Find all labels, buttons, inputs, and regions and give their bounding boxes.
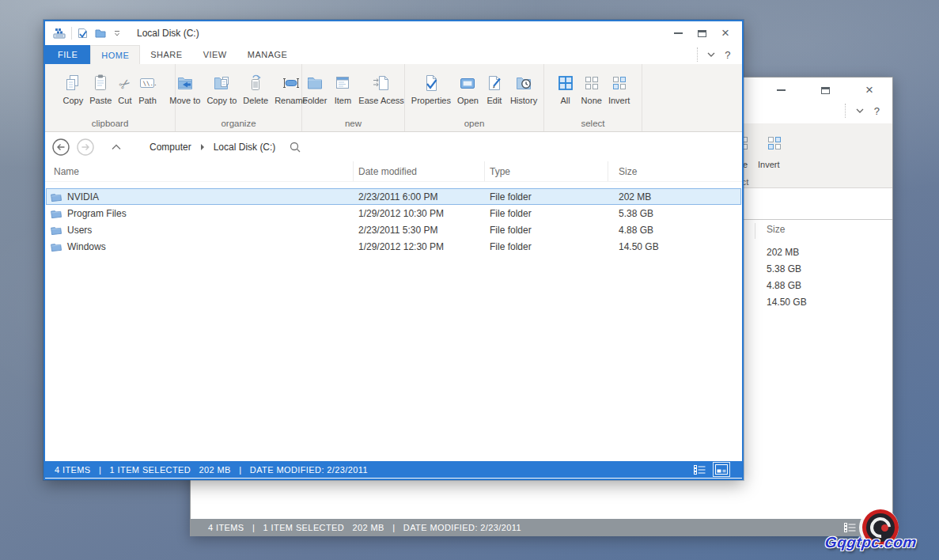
invert-selection-button[interactable] [765, 134, 784, 153]
file-size: 4.88 GB [608, 225, 741, 236]
close-button[interactable]: × [714, 26, 737, 40]
select-none-button[interactable]: None [578, 70, 605, 107]
help-button[interactable]: ? [725, 49, 731, 61]
cut-icon: ✂ [119, 71, 131, 93]
forward-icon [77, 138, 94, 156]
quick-access-toolbar [78, 28, 121, 39]
tab-manage[interactable]: MANAGE [237, 45, 298, 64]
breadcrumb-item-computer[interactable]: Computer [148, 140, 193, 154]
divider [697, 47, 698, 62]
select-all-button[interactable]: All [553, 70, 578, 107]
cut-button[interactable]: ✂ Cut [115, 70, 134, 107]
paste-button[interactable]: Paste [86, 70, 115, 107]
breadcrumb-item-local-disk[interactable]: Local Disk (C:) [212, 140, 278, 154]
properties-button[interactable]: Properties [408, 70, 454, 107]
ribbon-group-clipboard: Copy Paste ✂ Cut \\.. Path clipboard [45, 64, 176, 131]
file-type: File folder [485, 241, 608, 252]
invert-selection-button[interactable]: Invert [605, 70, 634, 107]
copy-icon [63, 71, 82, 93]
ease-access-button[interactable]: Ease Acess [355, 70, 407, 107]
column-header-date-modified[interactable]: Date modified [353, 161, 484, 181]
back-icon [52, 138, 70, 156]
help-button[interactable]: ? [874, 105, 880, 117]
ribbon-tab-row: FILE HOME SHARE VIEW MANAGE ? [45, 45, 742, 64]
path-button[interactable]: \\.. Path [134, 70, 160, 107]
minimize-button[interactable] [769, 83, 793, 97]
delete-button[interactable]: Delete [240, 70, 271, 107]
column-header-name[interactable]: Name [45, 161, 353, 181]
new-folder-icon [95, 28, 106, 38]
up-button[interactable] [108, 138, 125, 156]
properties-check-icon [78, 28, 88, 39]
details-view-button[interactable] [694, 465, 706, 475]
table-row[interactable]: NVIDIA 2/23/2011 6:00 PM File folder 202… [46, 188, 741, 205]
new-item-button[interactable]: Item [330, 70, 355, 107]
table-row[interactable]: Program Files 1/29/2012 10:30 PM File fo… [46, 205, 741, 221]
new-folder-button[interactable] [95, 28, 106, 38]
table-row[interactable]: Users 2/23/2011 5:30 PM File folder 4.88… [46, 221, 741, 238]
folder-icon [50, 191, 62, 202]
qat-customize-button[interactable] [113, 29, 121, 37]
file-type: File folder [485, 191, 608, 202]
tab-view[interactable]: VIEW [193, 45, 237, 64]
rename-icon [282, 71, 301, 93]
chevron-up-icon [112, 144, 121, 150]
maximize-button[interactable] [813, 83, 837, 97]
maximize-button[interactable] [690, 26, 714, 40]
ribbon: Copy Paste ✂ Cut \\.. Path clipboard [45, 64, 742, 132]
new-folder-button[interactable]: Folder [299, 70, 330, 107]
edit-button[interactable]: Edit [482, 70, 507, 107]
file-date: 2/23/2011 6:00 PM [354, 191, 485, 202]
ribbon-group-organize: Move to Copy to Delete Rename organize [176, 64, 302, 131]
search-button[interactable] [289, 141, 301, 153]
minimize-button[interactable] [666, 26, 690, 40]
ribbon-group-new: Folder Item Ease Acess new [302, 64, 405, 131]
details-view-icon [844, 523, 856, 532]
minimize-icon [674, 32, 683, 34]
breadcrumb: Computer Local Disk (C:) [148, 140, 301, 154]
properties-check-button[interactable] [78, 28, 88, 39]
tab-file[interactable]: FILE [45, 45, 90, 64]
copy-to-button[interactable]: Copy to [203, 70, 240, 107]
history-button[interactable]: History [507, 70, 540, 107]
move-to-button[interactable]: Move to [166, 70, 203, 107]
column-header-size[interactable]: Size [608, 161, 742, 181]
explorer-app-icon [53, 28, 66, 39]
size-column-header[interactable]: Size [767, 224, 785, 235]
ribbon-collapse-button[interactable] [707, 52, 715, 58]
group-label-organize: organize [176, 119, 301, 131]
file-size: 202 MB [608, 191, 741, 202]
open-icon [458, 71, 477, 93]
file-date: 1/29/2012 12:30 PM [354, 241, 485, 252]
close-icon: × [865, 85, 873, 96]
copy-button[interactable]: Copy [60, 70, 87, 107]
file-date: 1/29/2012 10:30 PM [354, 208, 485, 219]
folder-icon [50, 208, 62, 218]
history-icon [514, 71, 533, 93]
size-value-list: 202 MB 5.38 GB 4.88 GB 14.50 GB [767, 244, 807, 311]
folder-icon [50, 241, 62, 252]
details-view-button[interactable] [844, 523, 856, 532]
table-row[interactable]: Windows 1/29/2012 12:30 PM File folder 1… [46, 238, 741, 255]
file-list: NVIDIA 2/23/2011 6:00 PM File folder 202… [45, 182, 742, 461]
divider [71, 27, 72, 40]
status-bar: 4 ITEMS | 1 ITEM SELECTED 202 MB | DATE … [45, 461, 742, 478]
open-button[interactable]: Open [454, 70, 482, 107]
tab-home[interactable]: HOME [90, 45, 140, 64]
group-label-new: new [302, 119, 404, 131]
edit-icon [485, 71, 504, 93]
close-button[interactable]: × [858, 83, 881, 97]
group-label-select: select [544, 119, 642, 131]
details-view-icon [694, 465, 706, 475]
tiles-view-button[interactable] [714, 463, 729, 476]
file-name: Windows [67, 241, 106, 252]
file-name: Users [67, 225, 92, 236]
tab-share[interactable]: SHARE [140, 45, 192, 64]
file-type: File folder [485, 225, 608, 236]
back-button[interactable] [52, 138, 70, 156]
forward-button[interactable] [77, 138, 94, 156]
invert-selection-label: Invert [758, 160, 780, 169]
folder-icon [50, 225, 62, 235]
ribbon-collapse-button[interactable] [856, 108, 864, 114]
column-header-type[interactable]: Type [484, 161, 608, 181]
